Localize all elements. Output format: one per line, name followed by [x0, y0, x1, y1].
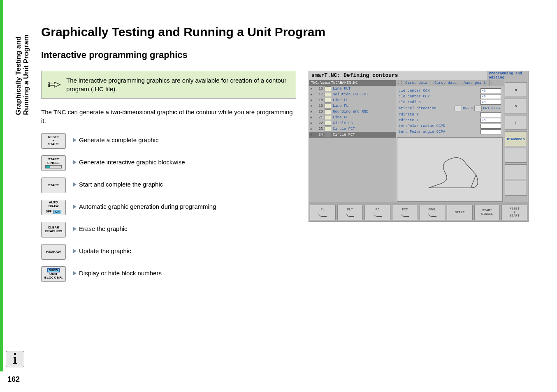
program-line[interactable]: 17Solution FSELECT	[309, 92, 396, 97]
softkey-button[interactable]: SHOWOMITBLOCK NR.	[41, 266, 66, 282]
tool-button[interactable]: S	[505, 99, 527, 113]
program-line[interactable]: 23Circle FCT	[309, 126, 396, 132]
contour-graphic-canvas	[397, 137, 503, 202]
softkey[interactable]: FL	[310, 205, 336, 220]
softkey[interactable]: FC	[364, 205, 390, 220]
triangle-bullet-icon	[73, 271, 77, 275]
form-input[interactable]	[480, 129, 501, 134]
triangle-bullet-icon	[73, 138, 77, 142]
action-description: Erase the graphic	[73, 222, 128, 232]
page-title: Graphically Testing and Running a Unit P…	[41, 25, 549, 39]
form-input[interactable]: 40	[480, 100, 501, 105]
triangle-bullet-icon	[73, 160, 77, 164]
form-panel: ◂ Circ. data Circ. data Aux. point ▸ :le…	[396, 80, 504, 203]
tab-circ-data-1[interactable]: Circ. data	[402, 80, 431, 86]
page-number: 162	[7, 375, 20, 384]
form-parameter-row: :le radius40	[398, 99, 502, 105]
program-line[interactable]: 20Rounding arc RND	[309, 109, 396, 115]
softkey-button[interactable]: STARTSINGLE	[41, 155, 66, 171]
form-parameter-row: ational directionDR- ○ DR+ ○ OFF	[398, 105, 502, 112]
softkey[interactable]: FLT	[337, 205, 363, 220]
program-line[interactable]: 21Line FL	[309, 115, 396, 120]
form-parameter-row: rdinate Y+0	[398, 118, 502, 123]
program-line[interactable]: 18Line FL	[309, 97, 396, 103]
form-parameter-row: ter: Polar angle CCPA	[398, 129, 502, 135]
softkey[interactable]: START	[447, 205, 473, 220]
softkey-button[interactable]: AUTODRAWOFFON	[41, 200, 66, 215]
sidebar-title-line2: Running a Unit Program	[22, 0, 30, 115]
embedded-screenshot: smarT.NC: Defining contours Programming …	[309, 71, 529, 222]
tab-scroll-left[interactable]: ◂	[396, 80, 402, 86]
form-input[interactable]: +0	[480, 94, 501, 99]
tab-aux-point[interactable]: Aux. point	[460, 80, 490, 86]
program-line[interactable]: 16Line FLT	[309, 86, 396, 92]
action-description: Generate interactive graphic blockwise	[73, 155, 185, 166]
program-line[interactable]: 24Circle FCT	[309, 132, 396, 138]
softkey-button[interactable]: REDRAW	[41, 244, 66, 260]
action-description: Start and complete the graphic	[73, 178, 163, 188]
form-parameter-row: :le center CCY+0	[398, 94, 502, 99]
softkey-button[interactable]: CLEARGRAPHICS	[41, 222, 66, 238]
form-input[interactable]: +0	[480, 118, 501, 123]
program-line[interactable]: 19Line FL	[309, 103, 396, 109]
tool-button[interactable]	[505, 148, 527, 163]
tab-circ-data-2[interactable]: Circ. data	[431, 80, 460, 86]
softkey[interactable]: STARTSINGLE	[474, 205, 500, 220]
form-parameter-row: rdinate X	[398, 112, 502, 118]
sidebar-title-line1: Graphically Testing and	[14, 0, 23, 115]
window-title: smarT.NC: Defining contours	[309, 71, 487, 80]
softkey-button[interactable]: RESET+START	[41, 133, 66, 149]
tool-button[interactable]	[505, 164, 527, 179]
action-description: Generate a complete graphic	[73, 133, 158, 143]
section-subtitle: Interactive programming graphics	[41, 50, 549, 60]
mode-badge: Programming and editing	[487, 71, 528, 80]
triangle-bullet-icon	[73, 227, 77, 231]
form-input[interactable]: +0	[480, 88, 501, 93]
program-line[interactable]: 22Circle FC	[309, 120, 396, 126]
form-input[interactable]	[480, 112, 501, 117]
info-button[interactable]: 1	[6, 351, 24, 367]
file-path: TNC:\smarTNC\HAKEN.HC	[309, 80, 396, 86]
tool-button[interactable]: T	[505, 115, 527, 130]
softkey[interactable]: FPOL	[420, 205, 446, 220]
radio-option[interactable]	[474, 106, 482, 111]
triangle-bullet-icon	[73, 182, 77, 187]
softkey[interactable]: FCT	[392, 205, 418, 220]
softkey[interactable]: RESET+START	[501, 205, 527, 220]
body-paragraph: The TNC can generate a two-dimensional g…	[41, 108, 296, 125]
action-description: Automatic graphic generation during prog…	[73, 200, 216, 210]
form-parameter-row: ter:Polar radius CCPR	[398, 123, 502, 129]
tool-button[interactable]: M	[505, 82, 527, 97]
form-input[interactable]	[480, 124, 501, 129]
svg-rect-0	[48, 83, 50, 87]
triangle-bullet-icon	[73, 205, 77, 209]
tab-scroll-right[interactable]: ▸	[490, 80, 495, 86]
radio-option[interactable]	[455, 106, 462, 111]
pointing-hand-icon	[48, 78, 61, 94]
callout-note: The interactive programming graphics are…	[41, 71, 296, 99]
action-description: Update the graphic	[73, 244, 131, 254]
form-parameter-row: :le center CCX+0	[398, 88, 502, 94]
tool-button[interactable]	[505, 181, 527, 196]
diagnosis-button[interactable]: DIAGNOSIS	[505, 131, 527, 146]
softkey-button[interactable]: START	[41, 178, 66, 193]
action-description: Display or hide block numbers	[73, 266, 162, 277]
triangle-bullet-icon	[73, 249, 77, 253]
note-text: The interactive programming graphics are…	[66, 77, 286, 92]
